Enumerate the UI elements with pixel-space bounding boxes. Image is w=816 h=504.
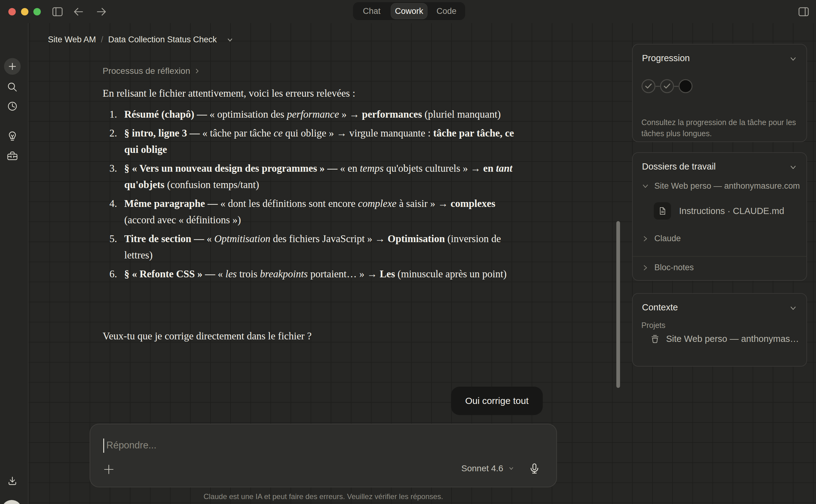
folders-collapse-chevron-icon[interactable] [789, 163, 798, 172]
context-collapse-chevron-icon[interactable] [789, 304, 798, 313]
list-item: 2.§ intro, ligne 3 — « tâche par tâche c… [103, 125, 528, 158]
step-current-icon [679, 79, 693, 93]
thinking-label: Processus de réflexion [103, 66, 190, 76]
right-panel-toggle-icon[interactable] [797, 5, 810, 19]
title-bar: Chat Cowork Code [0, 0, 816, 23]
list-item: 3.§ « Vers un nouveau design des program… [103, 160, 528, 193]
tab-chat[interactable]: Chat [354, 3, 390, 19]
assistant-closing-question: Veux-tu que je corrige directement dans … [103, 330, 529, 342]
context-card: Contexte Projets Site Web perso — anthon… [632, 293, 807, 367]
new-chat-button[interactable] [4, 58, 21, 75]
sidebar-toggle-icon[interactable] [51, 5, 64, 19]
user-message-bubble: Oui corrige tout [451, 387, 543, 415]
breadcrumb-page[interactable]: Data Collection Status Check [108, 35, 217, 44]
file-row[interactable]: Instructions · CLAUDE.md [654, 202, 784, 220]
ai-disclaimer: Claude est une IA et peut faire des erre… [90, 492, 557, 501]
step-done-icon [642, 79, 656, 93]
file-chip [654, 202, 671, 220]
list-item: 5.Titre de section — « Optmitisation des… [103, 231, 528, 263]
composer-placeholder[interactable]: Répondre... [106, 440, 156, 451]
context-title: Contexte [642, 302, 678, 313]
downloads-icon[interactable] [6, 475, 19, 487]
lightbulb-icon[interactable] [6, 130, 19, 142]
toolbox-icon[interactable] [6, 150, 19, 162]
progression-collapse-chevron-icon[interactable] [789, 54, 798, 64]
search-icon[interactable] [6, 81, 19, 93]
mode-switcher: Chat Cowork Code [353, 2, 465, 20]
reply-composer[interactable]: Répondre... Sonnet 4.6 [90, 424, 557, 487]
back-arrow-icon[interactable] [72, 5, 85, 19]
history-clock-icon[interactable] [6, 100, 19, 112]
folder-root-row[interactable]: Site Web perso — anthonymasure.com [642, 181, 800, 191]
minimize-window-button[interactable] [21, 8, 28, 15]
list-item: 1.Résumé (chapô) — « optimisation des pe… [103, 106, 528, 123]
project-row[interactable]: Site Web perso — anthonymas… [650, 334, 799, 344]
breadcrumb-project[interactable]: Site Web AM [48, 35, 96, 44]
chevron-right-icon [642, 264, 650, 272]
breadcrumb-chevron-down-icon[interactable] [226, 36, 234, 44]
chat-scrollbar[interactable] [616, 221, 620, 388]
progression-title: Progression [642, 53, 690, 63]
chevron-down-icon [642, 182, 650, 190]
model-name: Sonnet 4.6 [461, 464, 503, 473]
folder-claude-label: Claude [654, 234, 681, 243]
file-label: Instructions · CLAUDE.md [679, 206, 784, 216]
document-icon [658, 206, 667, 216]
archive-box-icon [650, 334, 660, 344]
tab-cowork[interactable]: Cowork [391, 3, 427, 19]
folder-root-label: Site Web perso — anthonymasure.com [654, 181, 800, 191]
step-connector [656, 86, 660, 87]
progression-card: Progression Consultez la progression de … [632, 44, 807, 142]
left-rail: A [0, 23, 28, 504]
microphone-icon[interactable] [528, 462, 541, 475]
model-chevron-down-icon [507, 465, 515, 472]
progression-caption: Consultez la progression de la tâche pou… [642, 117, 800, 139]
folder-blocnotes-label: Bloc-notes [654, 263, 694, 272]
folder-claude-row[interactable]: Claude [642, 234, 681, 243]
attach-plus-icon[interactable] [103, 463, 115, 476]
list-item: 4.Même paragraphe — « dont les définitio… [103, 195, 528, 228]
project-label: Site Web perso — anthonymas… [666, 334, 799, 344]
list-item: 6.§ « Refonte CSS » — « les trois breakp… [103, 266, 528, 282]
thinking-process-expander[interactable]: Processus de réflexion [103, 66, 200, 76]
projects-group-label: Projets [642, 321, 666, 330]
error-list: 1.Résumé (chapô) — « optimisation des pe… [103, 106, 528, 285]
close-window-button[interactable] [8, 8, 16, 15]
step-done-icon [660, 79, 674, 93]
claude-cowork-window: Chat Cowork Code A [0, 0, 816, 504]
maximize-window-button[interactable] [33, 8, 41, 15]
assistant-intro-text: En relisant le fichier attentivement, vo… [103, 85, 529, 102]
text-cursor [103, 439, 104, 453]
card-divider [633, 256, 806, 257]
forward-arrow-icon[interactable] [95, 5, 108, 19]
model-selector[interactable]: Sonnet 4.6 [461, 464, 515, 473]
progression-steps [642, 79, 693, 93]
tab-code[interactable]: Code [428, 3, 465, 19]
chevron-right-icon [642, 235, 650, 243]
folder-blocnotes-row[interactable]: Bloc-notes [642, 263, 694, 272]
working-folders-title: Dossiers de travail [642, 162, 716, 172]
composer-controls: Sonnet 4.6 [461, 462, 541, 475]
account-avatar[interactable]: A [2, 500, 22, 504]
step-connector [674, 86, 679, 87]
breadcrumb-separator: / [101, 35, 103, 44]
breadcrumb: Site Web AM / Data Collection Status Che… [48, 35, 234, 44]
chevron-right-icon [194, 68, 200, 74]
working-folders-card: Dossiers de travail Site Web perso — ant… [632, 152, 807, 281]
